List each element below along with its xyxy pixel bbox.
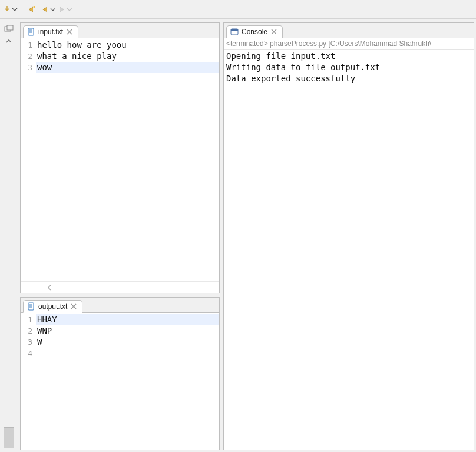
close-icon[interactable] bbox=[70, 303, 77, 310]
tab-output-txt[interactable]: output.txt bbox=[23, 300, 82, 313]
back-arrow-star-icon bbox=[27, 5, 37, 14]
editor-line[interactable]: 3W bbox=[21, 336, 219, 348]
back-arrow-icon bbox=[41, 5, 49, 14]
tab-console[interactable]: Console bbox=[226, 25, 283, 38]
hscroll-input bbox=[21, 281, 219, 293]
console-pane: Console <terminated> pharseProcess.py [C… bbox=[223, 22, 474, 450]
restore-view-button[interactable] bbox=[4, 25, 14, 34]
chevron-down-icon bbox=[50, 6, 56, 12]
hscroll-left-button[interactable] bbox=[44, 282, 55, 293]
nav-last-edit-button[interactable] bbox=[24, 2, 39, 17]
tab-label: output.txt bbox=[38, 302, 67, 311]
svg-point-0 bbox=[34, 6, 35, 8]
line-content[interactable]: wow bbox=[36, 62, 219, 73]
left-sidebar bbox=[0, 19, 18, 452]
line-content[interactable]: WNP bbox=[36, 325, 219, 336]
svg-rect-2 bbox=[7, 25, 13, 30]
tab-label: input.txt bbox=[38, 28, 63, 36]
chevron-down-icon bbox=[67, 6, 72, 12]
editor-body-input[interactable]: 1hello how are yoou2what a nice play3wow bbox=[21, 38, 219, 281]
editor-line[interactable]: 3wow bbox=[21, 62, 219, 73]
sidebar-scroll-thumb[interactable] bbox=[4, 427, 14, 448]
scroll-up-button[interactable] bbox=[4, 38, 14, 47]
line-number: 2 bbox=[21, 325, 36, 336]
editor-line[interactable]: 4 bbox=[21, 348, 219, 359]
chevron-down-icon bbox=[12, 6, 18, 12]
svg-rect-3 bbox=[28, 28, 34, 35]
tabbar-input: input.txt bbox=[21, 23, 219, 38]
line-number: 1 bbox=[21, 314, 36, 325]
chevron-up-icon bbox=[5, 38, 12, 45]
console-icon bbox=[230, 28, 239, 36]
line-content[interactable]: hello how are yoou bbox=[36, 39, 219, 51]
text-file-icon bbox=[27, 302, 35, 311]
line-number: 3 bbox=[21, 336, 36, 348]
console-status-line: <terminated> pharseProcess.py [C:\Users\… bbox=[224, 38, 474, 50]
chevron-left-icon bbox=[46, 284, 53, 291]
editor-line[interactable]: 1HHAY bbox=[21, 314, 219, 325]
line-number: 1 bbox=[21, 39, 36, 51]
restore-window-icon bbox=[4, 25, 14, 33]
console-body[interactable]: Opening file input.txt Writing data to f… bbox=[224, 50, 474, 450]
nav-down-button[interactable] bbox=[2, 2, 18, 17]
svg-rect-4 bbox=[28, 303, 34, 310]
editor-body-output[interactable]: 1HHAY2WNP3W4 bbox=[21, 313, 219, 450]
tabbar-output: output.txt bbox=[21, 298, 219, 313]
down-arrow-icon bbox=[3, 5, 11, 14]
toolbar-separator bbox=[21, 4, 21, 15]
tab-label: Console bbox=[242, 28, 267, 36]
tab-input-txt[interactable]: input.txt bbox=[23, 25, 78, 38]
line-number: 4 bbox=[21, 348, 36, 359]
nav-forward-button[interactable] bbox=[57, 2, 72, 17]
console-column: Console <terminated> pharseProcess.py [C… bbox=[222, 19, 476, 452]
editor-line[interactable]: 2what a nice play bbox=[21, 51, 219, 62]
line-number: 3 bbox=[21, 62, 36, 73]
close-icon[interactable] bbox=[270, 28, 277, 35]
line-content[interactable] bbox=[36, 348, 219, 359]
editor-line[interactable]: 2WNP bbox=[21, 325, 219, 336]
line-number: 2 bbox=[21, 51, 36, 62]
editor-column: input.txt 1hello how are yoou2what a nic… bbox=[18, 19, 222, 452]
line-content[interactable]: what a nice play bbox=[36, 51, 219, 62]
workspace: input.txt 1hello how are yoou2what a nic… bbox=[0, 19, 476, 452]
text-file-icon bbox=[27, 28, 35, 36]
editor-pane-input: input.txt 1hello how are yoou2what a nic… bbox=[20, 22, 220, 293]
forward-arrow-icon bbox=[57, 5, 66, 14]
editor-pane-output: output.txt 1HHAY2WNP3W4 bbox=[20, 297, 220, 450]
nav-back-button[interactable] bbox=[41, 2, 56, 17]
close-icon[interactable] bbox=[66, 28, 73, 35]
tabbar-console: Console bbox=[224, 23, 474, 38]
line-content[interactable]: W bbox=[36, 336, 219, 348]
line-content[interactable]: HHAY bbox=[36, 314, 219, 325]
main-toolbar bbox=[0, 0, 476, 19]
svg-rect-6 bbox=[231, 29, 238, 31]
editor-line[interactable]: 1hello how are yoou bbox=[21, 39, 219, 51]
